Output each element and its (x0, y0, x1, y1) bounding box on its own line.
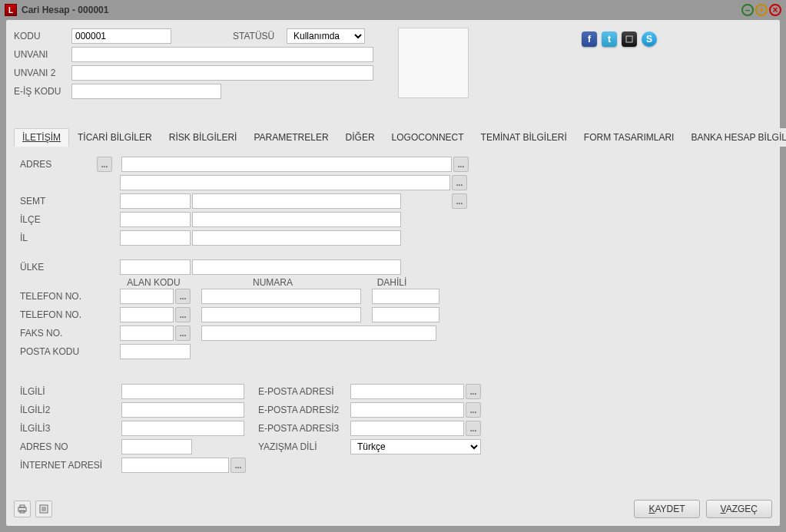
eposta2-label: E-POSTA ADRESİ2 (258, 405, 349, 415)
ulke-label: ÜLKE (20, 262, 103, 273)
svg-rect-0 (626, 36, 632, 42)
internet-input[interactable] (121, 458, 229, 473)
tel1-label: TELEFON NO. (20, 291, 103, 302)
facebook-icon[interactable]: f (582, 31, 597, 47)
eposta2-lookup-button[interactable]: ... (466, 402, 481, 418)
col-dahili: DAHİLİ (357, 277, 427, 288)
unvani2-label: UNVANI 2 (14, 68, 71, 78)
tab-iletisim[interactable]: İLETİŞİM (14, 128, 69, 147)
notes-icon[interactable] (35, 501, 52, 517)
adres-line1-lookup-button[interactable]: ... (453, 157, 469, 172)
adresno-label: ADRES NO (20, 441, 109, 452)
faks-num-input[interactable] (201, 325, 436, 341)
faks-alan-lookup-button[interactable]: ... (175, 325, 191, 341)
window-title: Cari Hesap - 000001 (22, 5, 737, 15)
il-label: İL (20, 233, 103, 243)
col-alan-kodu: ALAN KODU (118, 277, 189, 288)
svg-rect-2 (20, 505, 25, 507)
semt-name-input[interactable] (192, 193, 401, 209)
skype-icon[interactable]: S (642, 31, 657, 47)
eposta-label: E-POSTA ADRESİ (258, 386, 349, 397)
col-numara: NUMARA (192, 277, 353, 288)
ilce-code-input[interactable] (120, 212, 191, 227)
ulke-code-input[interactable] (120, 259, 191, 275)
tab-form-tasarimlari[interactable]: FORM TASARIMLARI (575, 128, 683, 147)
kodu-label: KODU (14, 31, 71, 41)
adres-line2-input[interactable] (120, 175, 450, 190)
kodu-input[interactable] (71, 28, 171, 44)
titlebar: L Cari Hesap - 000001 – + × (0, 0, 786, 20)
unvani-input[interactable] (71, 47, 373, 62)
yazisma-select[interactable]: Türkçe (350, 439, 481, 454)
semt-lookup-button[interactable]: ... (452, 193, 467, 209)
app-icon: L (5, 4, 17, 16)
eposta3-label: E-POSTA ADRESİ3 (258, 423, 349, 434)
tab-logoconnect[interactable]: LOGOCONNECT (383, 128, 473, 147)
tab-risk-bilgileri[interactable]: RİSK BİLGİLERİ (161, 128, 246, 147)
yazisma-label: YAZIŞMA DİLİ (258, 441, 349, 452)
ilgili3-input[interactable] (121, 421, 244, 436)
semt-label: SEMT (20, 196, 103, 207)
dark-app-icon[interactable] (622, 31, 637, 47)
statusu-label: STATÜSÜ (233, 31, 287, 41)
adres-line1-input[interactable] (121, 157, 452, 172)
ilce-name-input[interactable] (192, 212, 401, 227)
semt-code-input[interactable] (120, 193, 191, 209)
close-icon[interactable]: × (769, 4, 781, 16)
unvani-label: UNVANI (14, 49, 71, 60)
ilgili2-label: İLGİLİ2 (20, 405, 109, 415)
tab-content-iletisim: ADRES ... ... ... SEMT ... İLÇE (14, 147, 772, 484)
eposta3-lookup-button[interactable]: ... (466, 421, 481, 436)
adres-lookup-left-button[interactable]: ... (97, 157, 112, 172)
tel1-alan-input[interactable] (120, 289, 174, 304)
tab-banka-hesap-bilgileri[interactable]: BANKA HESAP BİLGİLERİ (682, 128, 786, 147)
faks-alan-input[interactable] (120, 325, 174, 341)
tab-parametreler[interactable]: PARAMETRELER (245, 128, 337, 147)
unvani2-input[interactable] (71, 65, 373, 81)
tabbar: İLETİŞİM TİCARİ BİLGİLER RİSK BİLGİLERİ … (14, 127, 772, 147)
statusu-select[interactable]: Kullanımda (287, 28, 365, 44)
adresno-input[interactable] (121, 439, 192, 454)
minimize-icon[interactable]: – (741, 4, 754, 16)
image-placeholder[interactable] (398, 28, 469, 98)
window-content: KODU STATÜSÜ Kullanımda UNVANI UNVANI 2 … (6, 20, 780, 526)
posta-label: POSTA KODU (20, 346, 103, 357)
tel2-label: TELEFON NO. (20, 309, 103, 320)
internet-lookup-button[interactable]: ... (230, 458, 246, 473)
print-icon[interactable] (14, 501, 31, 517)
adres-label: ADRES (20, 159, 103, 170)
eposta-lookup-button[interactable]: ... (466, 384, 481, 399)
tel2-num-input[interactable] (201, 307, 361, 322)
ilgili-input[interactable] (121, 384, 244, 399)
tab-ticari-bilgiler[interactable]: TİCARİ BİLGİLER (69, 128, 161, 147)
il-code-input[interactable] (120, 230, 191, 246)
tab-diger[interactable]: DİĞER (337, 128, 383, 147)
maximize-icon[interactable]: + (755, 4, 768, 16)
faks-label: FAKS NO. (20, 328, 103, 339)
ulke-name-input[interactable] (192, 259, 401, 275)
tel1-num-input[interactable] (201, 289, 361, 304)
ilgili-label: İLGİLİ (20, 386, 109, 397)
tel1-dah-input[interactable] (372, 289, 439, 304)
tel2-dah-input[interactable] (372, 307, 439, 322)
tab-teminat-bilgileri[interactable]: TEMİNAT BİLGİLERİ (473, 128, 575, 147)
eis-input[interactable] (71, 84, 221, 99)
eposta2-input[interactable] (350, 402, 464, 418)
ilce-label: İLÇE (20, 214, 103, 225)
tel1-alan-lookup-button[interactable]: ... (175, 289, 191, 304)
eis-label: E-İŞ KODU (14, 86, 71, 97)
ilgili2-input[interactable] (121, 402, 244, 418)
ilgili3-label: İLGİLİ3 (20, 423, 109, 434)
cancel-button[interactable]: VAZGEÇ (706, 500, 772, 518)
tel2-alan-input[interactable] (120, 307, 174, 322)
tel2-alan-lookup-button[interactable]: ... (175, 307, 191, 322)
eposta-input[interactable] (350, 384, 464, 399)
save-button[interactable]: KAYDET (634, 500, 699, 518)
twitter-icon[interactable]: t (602, 31, 617, 47)
adres-line2-lookup-button[interactable]: ... (452, 175, 467, 190)
posta-input[interactable] (120, 344, 191, 359)
internet-label: İNTERNET ADRESİ (20, 460, 109, 471)
eposta3-input[interactable] (350, 421, 464, 436)
il-name-input[interactable] (192, 230, 401, 246)
